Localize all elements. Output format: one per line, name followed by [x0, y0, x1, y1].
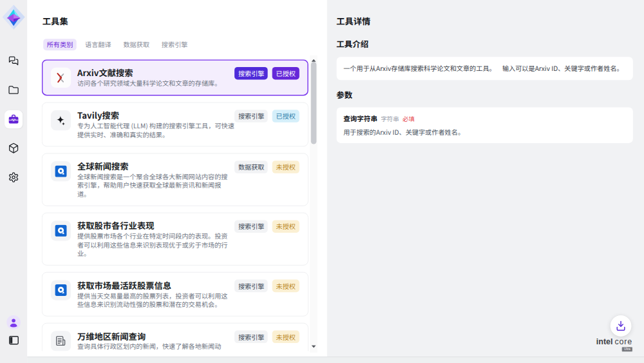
auth-badge: 未授权 — [272, 161, 299, 173]
tool-icon-box — [51, 331, 71, 351]
category-badge: 搜索引擎 — [234, 110, 268, 123]
param-required-flag: 必填 — [402, 114, 415, 124]
box-icon — [8, 142, 19, 153]
tab-translation[interactable]: 语言翻译 — [82, 39, 115, 50]
scrollbar[interactable] — [310, 55, 317, 353]
sidebar-item-tools[interactable] — [5, 110, 23, 128]
tool-card[interactable]: 万维地区新闻查询 查询具体行政区划内的新闻，快速了解各地新闻动态。 搜索引擎 未… — [41, 323, 308, 351]
quark-icon — [55, 284, 67, 297]
intel-core-wordmark: intelcore — [596, 337, 632, 348]
tavily-icon — [54, 114, 67, 127]
gem-logo-icon — [2, 5, 25, 30]
gear-icon — [8, 172, 19, 182]
user-avatar-icon — [6, 315, 21, 329]
tool-card[interactable]: Tavily搜索 专为人工智能代理 (LLM) 构建的搜索引擎工具，可快速提供实… — [41, 103, 308, 147]
tool-description: 专为人工智能代理 (LLM) 构建的搜索引擎工具，可快速提供实时、准确和真实的结… — [77, 121, 236, 139]
sidebar — [0, 0, 27, 363]
tool-card-list: Arxiv文献搜索 访问各个研究领域大量科学论文和文章的存储库。 搜索引擎 已授… — [41, 59, 308, 351]
tool-icon-box — [51, 68, 71, 88]
tool-badges: 数据获取 未授权 — [234, 161, 299, 173]
tool-description: 提供股票市场各个行业在特定时间段内的表现。投资者可以利用这些信息来识别表现优于或… — [77, 231, 232, 257]
params-heading: 参数 — [336, 89, 352, 101]
intro-box: 一个用于从Arxiv存储库搜索科学论文和文章的工具。 输入可以是Arxiv ID… — [336, 57, 633, 80]
intro-heading: 工具介绍 — [336, 37, 368, 50]
category-badge: 搜索引擎 — [234, 67, 268, 80]
auth-badge: 未授权 — [272, 220, 299, 233]
scrollbar-thumb[interactable] — [311, 62, 317, 144]
sidebar-item-collapse[interactable] — [8, 334, 20, 346]
page-title: 工具集 — [43, 15, 68, 28]
download-button[interactable] — [611, 315, 632, 337]
tool-badges: 搜索引擎 未授权 — [234, 220, 299, 233]
app-root: 工具集 所有类别 语言翻译 数据获取 搜索引擎 Arxiv文献搜索 访问各个研究… — [0, 0, 644, 363]
scroll-down-icon — [312, 345, 316, 348]
arxiv-icon — [54, 72, 67, 84]
tab-data-fetch[interactable]: 数据获取 — [120, 39, 153, 50]
quark-icon — [55, 224, 67, 237]
category-badge: 搜索引擎 — [234, 280, 268, 293]
param-box: 查询字符串 字符串 必填 用于搜索的Arxiv ID、关键字或作者姓名。 — [336, 107, 633, 142]
tool-card[interactable]: 获取市场最活跃股票信息 提供当天交易量最高的股票列表，投资者可以利用这些信息来识… — [41, 272, 308, 317]
intel-core-ultra-logo: intelcore Ultra — [596, 337, 632, 348]
bottom-strip — [27, 357, 644, 363]
tool-description: 访问各个研究领域大量科学论文和文章的存储库。 — [77, 79, 232, 87]
tool-card[interactable]: 获取股市各行业表现 提供股票市场各个行业在特定时间段内的表现。投资者可以利用这些… — [41, 213, 308, 266]
auth-badge: 未授权 — [272, 280, 299, 293]
auth-badge: 已授权 — [272, 110, 299, 123]
tab-search-engine[interactable]: 搜索引擎 — [158, 39, 191, 50]
tool-card[interactable]: 全球新闻搜索 全球新闻搜索是一个聚合全球各大新闻网站内容的搜索引擎，帮助用户快速… — [41, 153, 308, 206]
param-description: 用于搜索的Arxiv ID、关键字或作者姓名。 — [343, 128, 626, 137]
scrollbar-down-button[interactable] — [310, 344, 317, 349]
toolset-panel: 工具集 所有类别 语言翻译 数据获取 搜索引擎 Arxiv文献搜索 访问各个研究… — [27, 0, 327, 357]
tool-description: 全球新闻搜索是一个聚合全球各大新闻网站内容的搜索引擎，帮助用户快速获取全球最新资… — [77, 172, 232, 198]
sidebar-item-profile[interactable] — [6, 315, 21, 329]
auth-badge: 未授权 — [272, 331, 299, 344]
category-tabs: 所有类别 语言翻译 数据获取 搜索引擎 — [43, 39, 191, 50]
tool-icon-box — [51, 221, 71, 240]
category-badge: 搜索引擎 — [234, 220, 268, 233]
download-icon — [615, 320, 627, 332]
param-header: 查询字符串 字符串 必填 — [343, 114, 626, 124]
quark-icon — [55, 165, 67, 177]
tool-badges: 搜索引擎 未授权 — [234, 280, 299, 293]
panel-left-icon — [8, 334, 19, 346]
category-badge: 数据获取 — [234, 161, 268, 173]
chat-icon — [8, 55, 19, 66]
toolbox-icon — [8, 113, 20, 126]
tab-all-categories[interactable]: 所有类别 — [43, 39, 77, 50]
sidebar-item-chat[interactable] — [5, 52, 23, 70]
tool-card[interactable]: Arxiv文献搜索 访问各个研究领域大量科学论文和文章的存储库。 搜索引擎 已授… — [41, 59, 308, 95]
tool-icon-box — [51, 280, 71, 300]
tool-icon-box — [51, 110, 71, 130]
sidebar-item-files[interactable] — [5, 81, 23, 99]
tool-description: 查询具体行政区划内的新闻，快速了解各地新闻动态。 — [77, 342, 232, 351]
news-icon — [54, 335, 67, 348]
tool-detail-panel: 工具详情 工具介绍 一个用于从Arxiv存储库搜索科学论文和文章的工具。 输入可… — [327, 0, 644, 357]
tool-badges: 搜索引擎 已授权 — [234, 110, 299, 123]
tool-icon-box — [51, 161, 71, 181]
param-type: 字符串 — [381, 114, 399, 124]
detail-title: 工具详情 — [336, 15, 370, 28]
param-name: 查询字符串 — [343, 114, 377, 124]
sidebar-item-settings[interactable] — [5, 168, 23, 186]
intel-text: intel — [596, 337, 613, 346]
tool-badges: 搜索引擎 已授权 — [234, 67, 299, 80]
folder-icon — [8, 84, 19, 95]
category-badge: 搜索引擎 — [234, 331, 268, 344]
tool-badges: 搜索引擎 未授权 — [234, 331, 299, 344]
sidebar-item-models[interactable] — [5, 139, 23, 157]
core-text: core — [615, 337, 632, 346]
ultra-badge: Ultra — [622, 347, 632, 351]
app-logo[interactable] — [2, 5, 25, 30]
auth-badge: 已授权 — [272, 67, 299, 80]
tool-description: 提供当天交易量最高的股票列表，投资者可以利用这些信息来识别流动性强的股票和潜在的… — [77, 291, 232, 309]
